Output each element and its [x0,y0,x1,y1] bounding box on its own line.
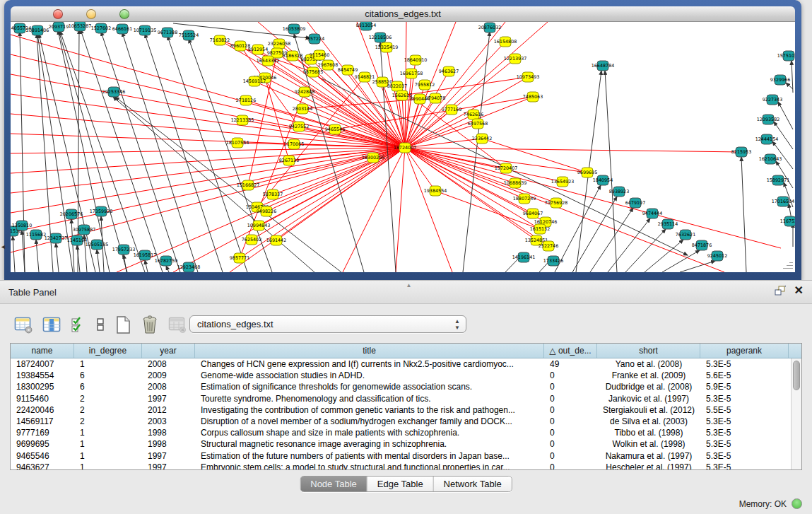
splitter-handle-icon[interactable]: ▲ [406,282,412,288]
table-body[interactable]: 1872400712008Changes of HCN gene express… [11,358,801,469]
graph-node[interactable]: 8912954 [248,45,268,54]
graph-node[interactable]: 8471876 [692,240,712,250]
graph-node[interactable]: 16782759 [155,256,178,266]
graph-edge[interactable] [167,36,247,272]
graph-edge[interactable] [625,229,666,272]
delete-table-button-disabled[interactable] [168,316,187,334]
table-row[interactable]: 969969511998Structural magnetic resonanc… [11,438,801,450]
graph-edge[interactable] [786,83,793,89]
column-header-short[interactable]: short [597,344,700,358]
graph-node[interactable]: 1115682 [26,230,46,240]
graph-edge[interactable] [396,148,405,272]
graph-edge[interactable] [405,148,781,248]
graph-node[interactable]: 12325419 [375,42,399,52]
graph-node[interactable]: 10973493 [517,72,540,82]
network-graph[interactable]: 1405572420891406209371910653287152760264… [11,22,795,272]
graph-edge[interactable] [645,240,683,272]
graph-node[interactable]: 12213385 [231,115,254,125]
graph-node[interactable]: 8454749 [338,65,358,75]
graph-node[interactable]: 2170065 [284,139,304,149]
graph-node[interactable]: 16195817 [134,250,157,260]
graph-node[interactable]: 12505135 [86,240,109,250]
network-canvas[interactable]: 1405572420891406209371910653287152760264… [11,22,795,272]
table-header-row[interactable]: namein_degreeyeartitle△ out_de...shortpa… [11,344,801,358]
select-all-checks-button[interactable] [71,316,86,334]
close-window-icon[interactable] [53,9,63,19]
graph-node[interactable]: 30975887 [73,225,96,235]
graph-node[interactable]: 6497568 [468,119,488,129]
graph-node[interactable]: 13654923 [551,177,575,187]
graph-node[interactable]: 10719135 [134,25,157,35]
table-row[interactable]: 1830029562008Estimation of significance … [11,381,801,392]
graph-edge[interactable] [405,148,452,272]
graph-node[interactable]: 8215953 [731,147,751,157]
table-row[interactable]: 946554611997Estimation of the future num… [11,450,801,462]
graph-edge[interactable] [13,236,15,272]
tab-network-table[interactable]: Network Table [434,477,512,491]
graph-node[interactable]: 6466161 [112,24,132,34]
graph-node[interactable]: 19384554 [424,186,447,196]
zoom-window-icon[interactable] [119,9,129,19]
graph-edge[interactable] [56,243,59,272]
graph-node[interactable]: 2336442 [472,134,492,144]
graph-edge[interactable] [572,197,617,272]
column-header-name[interactable]: name [11,344,74,358]
graph-node[interactable]: 10653287 [69,22,92,31]
graph-node[interactable]: 79756928 [545,198,568,208]
graph-node[interactable]: 1167532 [780,216,795,226]
graph-node[interactable]: 12923468 [177,262,201,272]
table-row[interactable]: 1456911722003Disruption of a novel membe… [11,416,801,427]
network-window-titlebar[interactable]: citations_edges.txt [11,6,795,22]
table-row[interactable]: 1938455462009Genome-wide association stu… [11,370,801,381]
graph-node[interactable]: 18107554 [226,138,249,148]
graph-node[interactable]: 12093582 [757,115,780,124]
graph-node[interactable]: 8267130 [279,156,299,165]
graph-edge[interactable] [11,148,405,153]
graph-node[interactable]: 9699695 [577,168,597,177]
column-header-pagerank[interactable]: pagerank [700,344,789,358]
table-row[interactable]: 977716911998Corpus callosum shape and si… [11,427,801,438]
graph-node[interactable]: 17016504 [772,197,795,206]
graph-node[interactable]: 9474444 [642,209,662,218]
row-height-button[interactable] [95,316,105,334]
graph-node[interactable]: 1527602 [91,23,111,33]
graph-node[interactable]: 9227343 [763,95,782,105]
column-header-year[interactable]: year [142,344,195,358]
scrollbar-thumb[interactable] [793,361,800,390]
table-row[interactable]: 2242004622012Investigating the contribut… [11,404,801,416]
column-header-in_degree[interactable]: in_degree [74,344,142,358]
graph-node[interactable]: 2093719 [49,22,69,32]
graph-node[interactable]: 16648784 [592,61,615,71]
new-column-button[interactable] [114,315,131,334]
graph-edge[interactable] [97,250,100,272]
graph-node[interactable]: 7163822 [210,35,230,45]
graph-node[interactable]: 9671388 [158,28,177,37]
graph-edge[interactable] [590,208,633,272]
table-selector-dropdown[interactable]: citations_edges.txt ▲▼ [189,315,466,333]
graph-edge[interactable] [662,250,700,272]
collapse-arrow-icon[interactable]: ◄ [0,243,6,250]
column-header-out_de[interactable]: △ out_de... [544,344,597,358]
graph-edge[interactable] [778,102,793,129]
table-row[interactable]: 1872400712008Changes of HCN gene express… [11,358,801,370]
graph-edge[interactable] [145,34,223,272]
graph-edge[interactable] [115,97,341,272]
column-header-title[interactable]: title [195,344,544,358]
graph-node[interactable]: 17957233 [112,245,136,255]
graph-edge[interactable] [124,255,126,272]
graph-node[interactable]: 6479197 [625,198,645,208]
graph-edge[interactable] [36,240,39,272]
delete-column-trash-button[interactable] [141,315,159,334]
graph-edge[interactable] [405,148,741,152]
graph-node[interactable]: 16154808 [494,37,517,47]
show-columns-button[interactable] [42,316,61,334]
tab-edge-table[interactable]: Edge Table [367,477,434,491]
graph-edge[interactable] [463,32,490,272]
close-panel-icon[interactable]: ✕ [794,285,804,296]
tab-node-table[interactable]: Node Table [300,477,367,491]
graph-node[interactable]: 16053809 [283,24,306,34]
graph-node[interactable]: 7632621 [676,230,695,240]
graph-node[interactable]: 12444154 [755,134,779,144]
graph-edge[interactable] [166,266,169,272]
graph-node[interactable]: 18640910 [404,55,428,65]
